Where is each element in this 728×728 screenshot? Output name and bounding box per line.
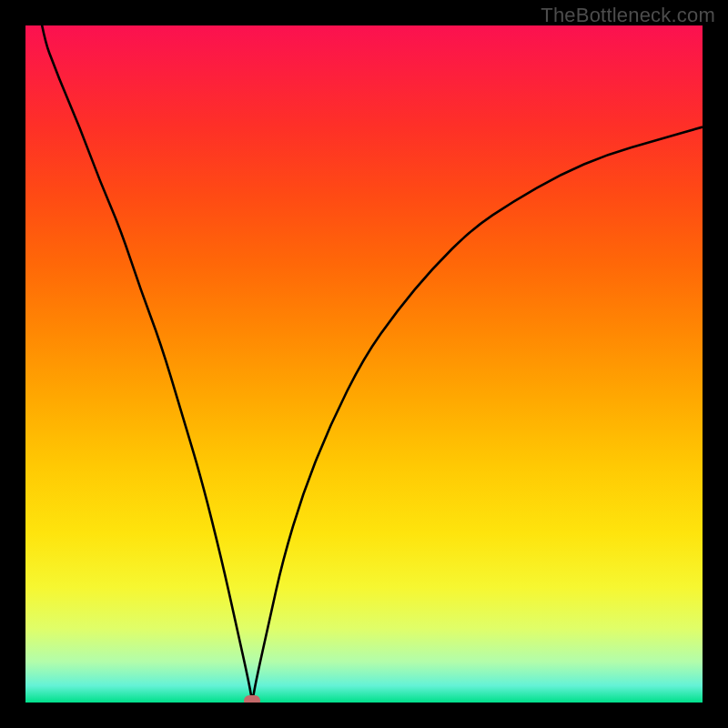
optimum-marker (244, 695, 260, 703)
watermark-text: TheBottleneck.com (541, 4, 715, 27)
bottleneck-curve (25, 25, 703, 703)
plot-area (25, 25, 703, 703)
chart-frame: TheBottleneck.com (0, 0, 728, 728)
